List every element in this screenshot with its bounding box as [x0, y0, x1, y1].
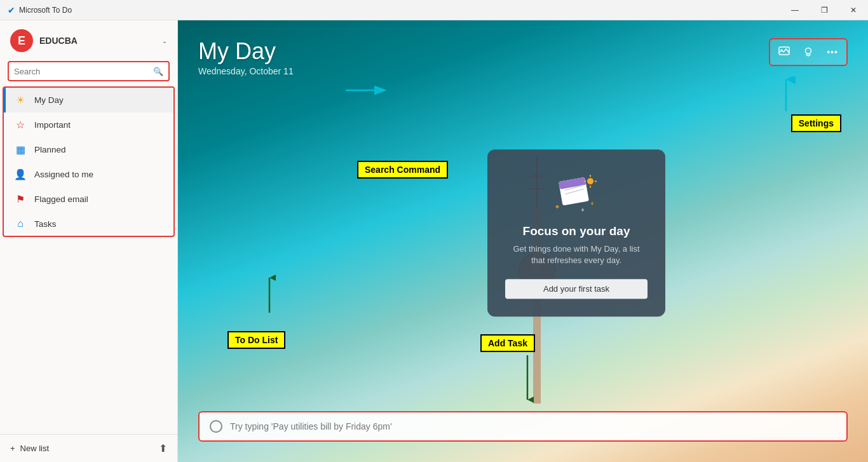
svg-marker-21 — [591, 201, 593, 205]
main-header: My Day Wednesday, October 11 ••• — [178, 20, 868, 76]
profile-name: EDUCBA — [39, 36, 162, 46]
focus-card-title: Focus on your day — [505, 224, 648, 238]
new-list-label: New list — [20, 444, 50, 453]
profile-section[interactable]: E EDUCBA ⌄ — [0, 20, 177, 57]
plus-icon: + — [10, 444, 15, 453]
sidebar-item-label: Important — [34, 120, 71, 130]
close-button[interactable]: ✕ — [839, 0, 868, 20]
add-first-task-button[interactable]: Add your first task — [505, 279, 648, 299]
page-title-block: My Day Wednesday, October 11 — [198, 38, 294, 76]
more-options-button[interactable]: ••• — [821, 42, 844, 62]
task-circle-icon — [210, 420, 222, 433]
sidebar-item-important[interactable]: ☆ Important — [4, 112, 173, 137]
top-controls: ••• — [769, 38, 848, 66]
app-container: E EDUCBA ⌄ 🔍 ☀ My Day ☆ Important ▦ Plan… — [0, 20, 868, 462]
flag-icon: ⚑ — [14, 193, 27, 205]
page-subtitle: Wednesday, October 11 — [198, 66, 294, 76]
maximize-button[interactable]: ❐ — [810, 0, 839, 20]
sidebar-item-label: Flagged email — [34, 194, 88, 204]
annotation-add-task: Add Task — [480, 334, 535, 352]
app-title: Microsoft To Do — [19, 6, 72, 15]
sidebar: E EDUCBA ⌄ 🔍 ☀ My Day ☆ Important ▦ Plan… — [0, 20, 178, 462]
sidebar-item-tasks[interactable]: ⌂ Tasks — [4, 212, 173, 236]
svg-marker-22 — [581, 208, 584, 212]
search-icon: 🔍 — [153, 67, 163, 76]
suggestions-button[interactable] — [797, 42, 820, 62]
focus-card-description: Get things done with My Day, a list that… — [505, 243, 648, 266]
sidebar-item-label: Assigned to me — [34, 170, 93, 179]
search-box[interactable]: 🔍 — [8, 61, 170, 81]
person-icon: 👤 — [14, 168, 27, 180]
window-controls: — ❐ ✕ — [780, 0, 868, 20]
main-area: My Day Wednesday, October 11 ••• — [178, 20, 868, 462]
sidebar-item-assigned-to-me[interactable]: 👤 Assigned to me — [4, 162, 173, 187]
sidebar-item-label: Planned — [34, 145, 66, 154]
svg-point-9 — [806, 48, 811, 54]
add-task-input[interactable] — [230, 421, 836, 431]
page-title: My Day — [198, 38, 294, 65]
focus-card-icon — [551, 170, 602, 214]
avatar: E — [10, 29, 33, 52]
sidebar-item-label: My Day — [34, 95, 64, 105]
star-icon: ☆ — [14, 119, 27, 131]
home-icon: ⌂ — [14, 218, 27, 229]
upload-icon[interactable]: ⬆ — [159, 442, 167, 454]
app-checkmark-icon: ✔ — [8, 5, 15, 15]
sidebar-footer: + New list ⬆ — [0, 434, 177, 462]
title-bar: ✔ Microsoft To Do — ❐ ✕ — [0, 0, 868, 20]
search-input[interactable] — [14, 67, 149, 76]
sidebar-item-flagged-email[interactable]: ⚑ Flagged email — [4, 187, 173, 212]
sidebar-item-planned[interactable]: ▦ Planned — [4, 137, 173, 162]
new-list-button[interactable]: + New list — [10, 444, 49, 453]
svg-point-8 — [781, 50, 783, 51]
grid-icon: ▦ — [14, 144, 27, 156]
add-task-bar — [198, 411, 848, 442]
focus-card: Focus on your day Get things done with M… — [487, 149, 665, 316]
svg-point-15 — [587, 178, 593, 184]
svg-marker-20 — [555, 205, 559, 208]
background-button[interactable] — [773, 42, 796, 62]
sun-icon: ☀ — [14, 94, 27, 106]
chevron-down-icon: ⌄ — [162, 37, 167, 44]
annotation-todo-list: To Do List — [227, 331, 285, 349]
nav-list: ☀ My Day ☆ Important ▦ Planned 👤 Assigne… — [3, 86, 175, 237]
search-container: 🔍 — [0, 57, 177, 86]
sidebar-item-my-day[interactable]: ☀ My Day — [4, 88, 173, 112]
minimize-button[interactable]: — — [780, 0, 810, 20]
sidebar-item-label: Tasks — [34, 219, 57, 229]
